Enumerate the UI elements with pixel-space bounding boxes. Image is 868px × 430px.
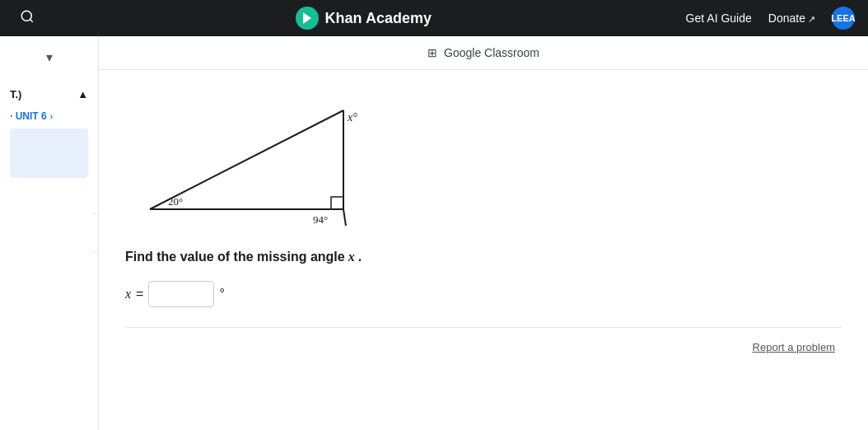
sidebar-collapse-button[interactable]: ▾ bbox=[0, 36, 98, 78]
khan-academy-logo-icon bbox=[296, 7, 319, 30]
search-button[interactable] bbox=[13, 6, 41, 31]
main-content: ⊞ Google Classroom x° bbox=[99, 36, 868, 430]
svg-line-1 bbox=[30, 19, 32, 21]
sidebar-section: T.) ▲ · UNIT 6 › bbox=[0, 78, 98, 188]
answer-input[interactable] bbox=[148, 281, 214, 307]
problem-text-before: Find the value of the missing angle bbox=[125, 250, 345, 264]
answer-row: x = ° bbox=[125, 281, 842, 307]
svg-point-0 bbox=[21, 11, 31, 21]
sidebar-unit-link[interactable]: · UNIT 6 › bbox=[10, 104, 88, 125]
problem-statement: Find the value of the missing angle x . bbox=[125, 250, 842, 264]
triangle-diagram: x° 20° 94° bbox=[125, 90, 842, 230]
svg-rect-7 bbox=[331, 197, 343, 209]
equals-sign: = bbox=[136, 287, 143, 301]
report-problem-link[interactable]: Report a problem bbox=[125, 341, 842, 353]
logo-text: Khan Academy bbox=[325, 10, 432, 27]
chevron-up-icon: ▲ bbox=[77, 88, 88, 100]
chevron-right-icon: › bbox=[50, 112, 53, 121]
sidebar-active-item[interactable] bbox=[10, 129, 88, 178]
google-classroom-label: Google Classroom bbox=[444, 46, 539, 59]
donate-button[interactable]: Donate bbox=[768, 12, 815, 25]
unit-label: · UNIT 6 bbox=[10, 110, 47, 122]
main-layout: ▾ T.) ▲ · UNIT 6 › ‹ ⊞ Google Classroom bbox=[0, 36, 868, 430]
sidebar: ▾ T.) ▲ · UNIT 6 › ‹ bbox=[0, 36, 99, 430]
nav-logo: Khan Academy bbox=[41, 7, 686, 30]
angle-94-label: 94° bbox=[313, 213, 328, 226]
triangle-svg: x° 20° 94° bbox=[125, 90, 389, 230]
navbar: Khan Academy Get AI Guide Donate LEEA bbox=[0, 0, 868, 36]
angle-x-label: x° bbox=[347, 111, 357, 124]
degree-symbol: ° bbox=[219, 287, 224, 301]
google-classroom-bar[interactable]: ⊞ Google Classroom bbox=[99, 36, 868, 70]
get-ai-guide-button[interactable]: Get AI Guide bbox=[686, 12, 752, 25]
panel-collapse-button[interactable]: ‹ bbox=[92, 213, 99, 253]
problem-area: x° 20° 94° Find the value of the missing… bbox=[99, 70, 868, 430]
answer-prefix: x bbox=[125, 287, 131, 301]
chevron-down-icon: ▾ bbox=[46, 49, 53, 65]
section-title: T.) bbox=[10, 88, 21, 100]
variable-x: x bbox=[348, 250, 355, 264]
svg-line-4 bbox=[150, 110, 343, 209]
google-classroom-icon: ⊞ bbox=[427, 46, 437, 59]
problem-text-after: . bbox=[358, 250, 362, 264]
divider bbox=[125, 327, 842, 328]
user-avatar[interactable]: LEEA bbox=[832, 7, 855, 30]
sidebar-section-header[interactable]: T.) ▲ bbox=[10, 85, 88, 104]
angle-20-label: 20° bbox=[168, 195, 183, 208]
svg-line-8 bbox=[343, 209, 346, 226]
nav-links: Get AI Guide Donate LEEA bbox=[686, 7, 855, 30]
